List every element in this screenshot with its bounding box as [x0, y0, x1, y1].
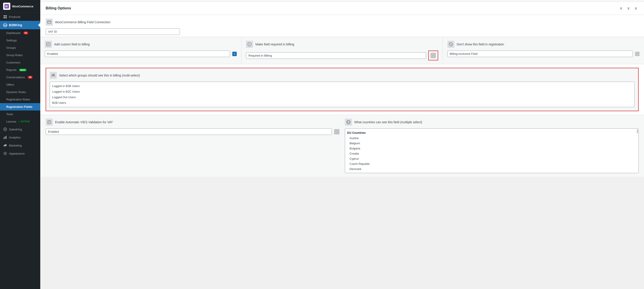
dashboard-label: Dashboard [6, 31, 20, 35]
conversations-badge: 28 [28, 76, 33, 79]
svg-text:!: ! [249, 43, 250, 46]
country-bulgaria[interactable]: Bulgaria [345, 146, 638, 151]
main-content: Billing Options ∧ ∨ ∧ WooCommerce Billin… [40, 0, 644, 289]
customers-label: Customers [6, 61, 20, 64]
svg-rect-12 [4, 146, 4, 147]
country-czech-republic[interactable]: Czech Republic [345, 161, 638, 166]
countries-text: What countries can see this field (multi… [354, 120, 422, 124]
sidebar-item-registration-fields[interactable]: Registration Fields [0, 103, 40, 110]
sidebar-b2bking-label: B2BKing [9, 23, 22, 27]
b2bking-arrow [38, 23, 40, 27]
group-select-label-row: Select which groups should see this in b… [50, 72, 634, 79]
sidebar-item-group-rules[interactable]: Group Rules [0, 52, 40, 59]
make-required-control [246, 50, 438, 60]
wc-billing-text: WooCommerce Billing Field Connection [55, 20, 110, 24]
sidebar-item-b2bking[interactable]: B2B B2BKing [0, 21, 40, 29]
vies-icon [46, 118, 53, 126]
header-controls: ∧ ∨ ∧ [618, 5, 639, 11]
sidebar-item-dashboard[interactable]: Dashboard 55 [0, 29, 40, 37]
offers-label: Offers [6, 83, 14, 86]
required-checkbox-wrapper [428, 50, 438, 60]
marketing-icon [3, 144, 7, 148]
required-billing-input[interactable] [246, 52, 426, 59]
dont-show-control [447, 50, 640, 57]
scrollbar-thumb [637, 129, 638, 133]
collapse-down-button[interactable]: ∨ [626, 5, 631, 11]
add-field-input[interactable] [45, 50, 230, 57]
reports-new-badge: NEW! [19, 69, 27, 71]
sidebar-item-customers[interactable]: Customers [0, 59, 40, 66]
group-multi-select[interactable]: Logged in B2B Users Logged in B2C Users … [50, 82, 634, 107]
vies-checkbox[interactable] [334, 129, 340, 134]
sidebar-item-settings[interactable]: Settings [0, 37, 40, 44]
countries-section: What countries can see this field (multi… [345, 118, 639, 173]
analytics-label: Analytics [9, 136, 20, 139]
conversations-label: Conversations [6, 76, 25, 79]
sidebar-item-products[interactable]: Products [0, 13, 40, 21]
appearance-icon [3, 152, 7, 156]
billing-exclusive-input[interactable] [447, 50, 633, 57]
svg-rect-5 [5, 17, 7, 18]
group-option-b2b-logged[interactable]: Logged in B2B Users [50, 83, 634, 89]
sidebar-logo[interactable]: W WooCommerce [0, 0, 40, 13]
group-option-b2b[interactable]: B2B Users [50, 100, 634, 106]
group-select-icon [50, 72, 57, 79]
vies-control [46, 128, 340, 135]
groups-label: Groups [6, 46, 16, 50]
country-croatia[interactable]: Croatia [345, 151, 638, 156]
sidebar-item-appearance[interactable]: Appearance [0, 150, 40, 158]
countries-list-wrapper: EU Countries Austria Belgium Bulgaria Cr… [345, 128, 639, 173]
sidebar-item-reports[interactable]: Reports NEW! [0, 66, 40, 74]
countries-multi-select[interactable]: EU Countries Austria Belgium Bulgaria Cr… [345, 128, 639, 173]
add-field-icon [45, 41, 52, 48]
collapse-up-button[interactable]: ∧ [618, 5, 624, 11]
svg-rect-10 [5, 136, 5, 139]
sidebar-item-salesking[interactable]: SalesKing [0, 125, 40, 133]
sidebar-products-label: Products [9, 15, 20, 18]
country-austria[interactable]: Austria [345, 136, 638, 141]
country-estonia[interactable]: Estonia [345, 172, 638, 173]
salesking-icon [3, 127, 7, 131]
svg-point-14 [5, 153, 6, 154]
add-field-control: ✓ [45, 50, 237, 57]
vies-input[interactable] [46, 128, 332, 135]
eu-countries-group[interactable]: EU Countries [345, 130, 638, 136]
sidebar-item-offers[interactable]: Offers [0, 81, 40, 88]
tools-label: Tools [6, 112, 13, 116]
add-field-checkbox[interactable]: ✓ [232, 52, 237, 56]
group-option-logged-out[interactable]: Logged Out Users [50, 94, 634, 100]
content-wrapper: Billing Options ∧ ∨ ∧ WooCommerce Billin… [40, 0, 644, 177]
vat-id-input[interactable] [46, 28, 180, 35]
wc-billing-icon [46, 18, 53, 26]
required-billing-checkbox[interactable] [430, 53, 436, 58]
expand-button[interactable]: ∧ [633, 5, 639, 11]
sidebar-item-analytics[interactable]: Analytics [0, 133, 40, 141]
section-title: Billing Options [46, 6, 71, 10]
make-required-label-row: ! Make field required in billing [246, 41, 438, 48]
group-select-section: Select which groups should see this in b… [46, 68, 639, 111]
make-required-section: ! Make field required in billing [242, 37, 442, 64]
sidebar-item-registration-roles[interactable]: Registration Roles [0, 96, 40, 103]
country-belgium[interactable]: Belgium [345, 141, 638, 146]
sidebar-item-conversations[interactable]: Conversations 28 [0, 74, 40, 81]
license-label: License [6, 120, 16, 123]
svg-point-8 [4, 128, 7, 131]
svg-text:W: W [5, 5, 8, 8]
vies-text: Enable Automatic VIES Validation for VAT [55, 120, 113, 124]
sidebar-item-marketing[interactable]: Marketing [0, 141, 40, 150]
registration-fields-label: Registration Fields [6, 105, 32, 108]
group-option-b2c-logged[interactable]: Logged in B2C Users [50, 89, 634, 94]
dont-show-checkbox[interactable] [635, 52, 640, 56]
b2bking-icon: B2B [3, 23, 7, 27]
sidebar-item-license[interactable]: License ✓ ACTIVE [0, 118, 40, 125]
country-denmark[interactable]: Denmark [345, 166, 638, 172]
svg-rect-11 [6, 136, 6, 139]
sidebar-item-dynamic-rules[interactable]: Dynamic Rules [0, 88, 40, 96]
country-cyprus[interactable]: Cyprus [345, 156, 638, 161]
sidebar-item-groups[interactable]: Groups [0, 44, 40, 52]
svg-point-25 [53, 74, 54, 76]
svg-rect-4 [4, 17, 5, 18]
svg-rect-2 [4, 15, 5, 16]
bottom-section: Enable Automatic VIES Validation for VAT… [40, 115, 644, 177]
sidebar-item-tools[interactable]: Tools [0, 110, 40, 118]
